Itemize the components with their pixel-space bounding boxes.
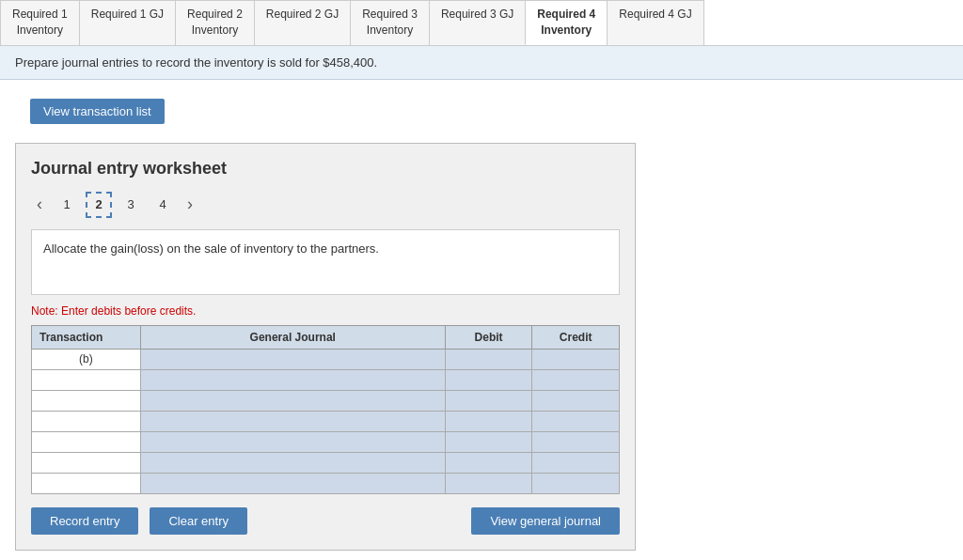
credit-cell-1[interactable] (532, 349, 620, 369)
worksheet-title: Journal entry worksheet (31, 159, 620, 179)
journal-table: Transaction General Journal Debit Credit… (31, 325, 620, 494)
transaction-cell-6 (32, 452, 141, 473)
table-row: (b) (32, 349, 620, 369)
gj-input-1[interactable] (141, 350, 445, 369)
transaction-cell-7 (32, 473, 141, 493)
tab-req2-inventory[interactable]: Required 2Inventory (175, 0, 255, 45)
credit-cell-4[interactable] (532, 411, 620, 431)
col-header-transaction: Transaction (32, 325, 141, 349)
tab-req3-inventory[interactable]: Required 3Inventory (350, 0, 430, 45)
table-row (32, 473, 620, 493)
gj-cell-5[interactable] (140, 431, 445, 452)
clear-entry-button[interactable]: Clear entry (150, 507, 247, 535)
gj-cell-4[interactable] (140, 411, 445, 431)
debit-cell-1[interactable] (445, 349, 532, 369)
worksheet-container: Journal entry worksheet ‹ 1 2 3 4 › Allo… (15, 143, 636, 551)
tab-req4-inventory[interactable]: Required 4Inventory (525, 0, 608, 45)
credit-input-6[interactable] (532, 453, 619, 473)
credit-cell-3[interactable] (532, 390, 620, 411)
gj-input-4[interactable] (141, 412, 445, 431)
info-bar: Prepare journal entries to record the in… (0, 46, 963, 80)
credit-cell-6[interactable] (532, 452, 620, 473)
tab-req4-gj[interactable]: Required 4 GJ (607, 0, 703, 45)
transaction-cell-1: (b) (32, 349, 141, 369)
gj-cell-7[interactable] (140, 473, 445, 493)
credit-cell-7[interactable] (532, 473, 620, 493)
credit-cell-5[interactable] (532, 431, 620, 452)
debit-input-2[interactable] (446, 370, 532, 390)
credit-input-5[interactable] (532, 432, 619, 452)
col-header-general-journal: General Journal (140, 325, 445, 349)
debit-input-3[interactable] (446, 391, 532, 411)
transaction-cell-4 (32, 411, 141, 431)
description-text: Allocate the gain(loss) on the sale of i… (43, 241, 379, 256)
action-buttons: Record entry Clear entry View general jo… (31, 507, 620, 535)
gj-cell-2[interactable] (140, 369, 445, 390)
tab-bar: Required 1Inventory Required 1 GJ Requir… (0, 0, 963, 46)
col-header-debit: Debit (445, 325, 532, 349)
next-page-arrow[interactable]: › (182, 193, 198, 216)
gj-input-7[interactable] (141, 474, 445, 493)
gj-input-6[interactable] (141, 453, 445, 473)
table-row (32, 452, 620, 473)
gj-cell-3[interactable] (140, 390, 445, 411)
tab-req2-gj[interactable]: Required 2 GJ (254, 0, 351, 45)
credit-input-4[interactable] (532, 412, 619, 431)
gj-cell-6[interactable] (140, 452, 445, 473)
debit-cell-2[interactable] (445, 369, 532, 390)
credit-input-1[interactable] (532, 350, 619, 369)
credit-input-2[interactable] (532, 370, 619, 390)
tab-req1-inventory[interactable]: Required 1Inventory (0, 0, 80, 45)
debit-cell-3[interactable] (445, 390, 532, 411)
page-4[interactable]: 4 (150, 192, 176, 218)
prev-page-arrow[interactable]: ‹ (31, 193, 48, 216)
debit-input-6[interactable] (446, 453, 532, 473)
debit-input-1[interactable] (446, 350, 532, 369)
table-row (32, 390, 620, 411)
debit-input-4[interactable] (446, 412, 532, 431)
gj-cell-1[interactable] (140, 349, 445, 369)
credit-input-7[interactable] (532, 474, 619, 493)
gj-input-5[interactable] (141, 432, 445, 452)
debit-cell-5[interactable] (445, 431, 532, 452)
info-bar-text: Prepare journal entries to record the in… (15, 55, 377, 70)
debit-cell-4[interactable] (445, 411, 532, 431)
credit-cell-2[interactable] (532, 369, 620, 390)
note-text: Note: Enter debits before credits. (31, 304, 620, 318)
tab-req1-gj[interactable]: Required 1 GJ (79, 0, 176, 45)
col-header-credit: Credit (532, 325, 620, 349)
debit-cell-7[interactable] (445, 473, 532, 493)
debit-input-7[interactable] (446, 474, 532, 493)
table-row (32, 411, 620, 431)
description-box: Allocate the gain(loss) on the sale of i… (31, 229, 620, 295)
view-general-journal-button[interactable]: View general journal (471, 507, 620, 535)
page-navigation: ‹ 1 2 3 4 › (31, 192, 620, 218)
debit-cell-6[interactable] (445, 452, 532, 473)
page-2[interactable]: 2 (86, 192, 112, 218)
transaction-cell-2 (32, 369, 141, 390)
tab-req3-gj[interactable]: Required 3 GJ (429, 0, 526, 45)
gj-input-2[interactable] (141, 370, 445, 390)
table-row (32, 431, 620, 452)
transaction-cell-5 (32, 431, 141, 452)
transaction-cell-3 (32, 390, 141, 411)
page-3[interactable]: 3 (118, 192, 144, 218)
record-entry-button[interactable]: Record entry (31, 507, 138, 535)
credit-input-3[interactable] (532, 391, 619, 411)
debit-input-5[interactable] (446, 432, 532, 452)
table-row (32, 369, 620, 390)
gj-input-3[interactable] (141, 391, 445, 411)
view-transaction-button[interactable]: View transaction list (30, 99, 165, 124)
page-1[interactable]: 1 (54, 192, 80, 218)
